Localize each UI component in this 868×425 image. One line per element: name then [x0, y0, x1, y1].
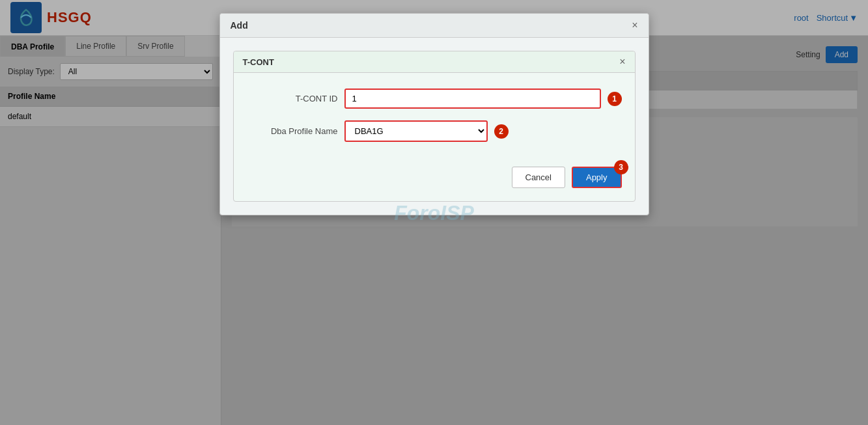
outer-modal-header: Add ×: [220, 14, 649, 38]
watermark: ForoISP: [394, 200, 474, 225]
step-3-badge: 3: [614, 160, 628, 174]
dba-profile-row: Dba Profile Name DBA1G 2: [247, 120, 622, 142]
tcont-id-label: T-CONT ID: [247, 94, 338, 103]
inner-modal-header: T-CONT ×: [234, 51, 635, 73]
tcont-id-row: T-CONT ID 1: [247, 89, 622, 109]
inner-modal-close[interactable]: ×: [619, 57, 625, 67]
outer-modal-body: T-CONT × T-CONT ID 1 Dba Profile Name DB…: [220, 38, 649, 215]
tcont-id-input[interactable]: [344, 89, 601, 109]
dba-profile-label: Dba Profile Name: [247, 126, 338, 136]
step-1-badge: 1: [608, 92, 622, 106]
inner-modal: T-CONT × T-CONT ID 1 Dba Profile Name DB…: [233, 51, 636, 202]
dba-profile-select[interactable]: DBA1G: [344, 120, 488, 142]
outer-modal-close[interactable]: ×: [632, 20, 637, 31]
inner-modal-title: T-CONT: [243, 57, 274, 67]
inner-modal-footer: Cancel Apply 3: [234, 167, 635, 201]
cancel-button[interactable]: Cancel: [512, 167, 565, 188]
inner-modal-body: T-CONT ID 1 Dba Profile Name DBA1G 2 For…: [234, 73, 635, 167]
step-2-badge: 2: [494, 124, 509, 139]
outer-modal: Add × T-CONT × T-CONT ID 1: [219, 13, 649, 215]
modal-overlay: Add × T-CONT × T-CONT ID 1: [0, 0, 868, 425]
outer-modal-title: Add: [231, 20, 248, 31]
